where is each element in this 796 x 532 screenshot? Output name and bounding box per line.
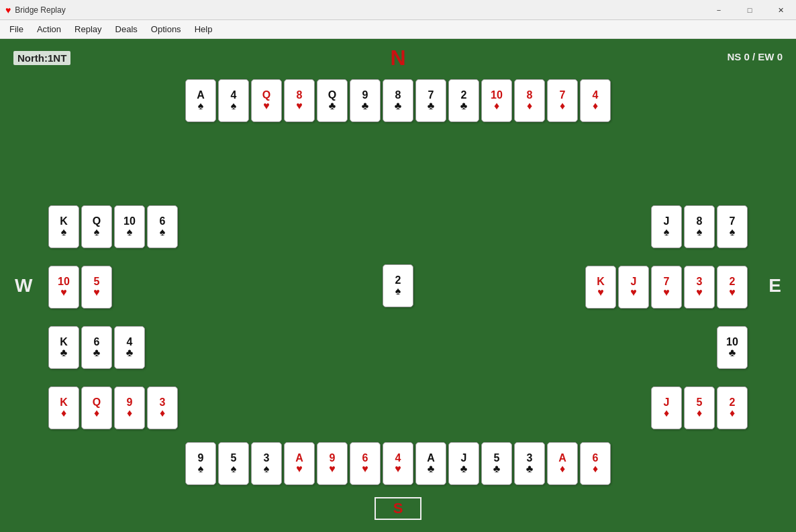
playing-card[interactable]: 2♥ xyxy=(717,266,748,309)
minimize-button[interactable]: − xyxy=(703,0,734,20)
east-label: E xyxy=(768,275,781,297)
playing-card[interactable]: 3♥ xyxy=(684,266,715,309)
west-label: W xyxy=(15,275,32,297)
north-hand: A♠4♠Q♥8♥Q♣9♣8♣7♣2♣10♦8♦7♦4♦ xyxy=(185,79,611,122)
menu-file[interactable]: File xyxy=(3,21,30,37)
west-spades: K♠Q♠10♠6♠ xyxy=(48,205,178,248)
playing-card[interactable]: A♠ xyxy=(185,79,216,122)
south-hand: 9♠5♠3♠A♥9♥6♥4♥A♣J♣5♣3♣A♦6♦ xyxy=(185,442,611,485)
menu-options[interactable]: Options xyxy=(144,21,188,37)
playing-card[interactable]: 3♣ xyxy=(514,442,545,485)
playing-card[interactable]: K♦ xyxy=(48,386,79,429)
menu-help[interactable]: Help xyxy=(188,21,219,37)
app-icon: ♥ xyxy=(5,5,11,15)
playing-card[interactable]: 10♣ xyxy=(717,326,748,369)
playing-card[interactable]: 7♦ xyxy=(547,79,578,122)
playing-card[interactable]: J♠ xyxy=(651,205,682,248)
playing-card[interactable]: J♣ xyxy=(448,442,479,485)
playing-card[interactable]: 4♣ xyxy=(114,326,145,369)
playing-card[interactable]: 6♦ xyxy=(580,442,611,485)
playing-card[interactable]: K♠ xyxy=(48,205,79,248)
playing-card[interactable]: Q♦ xyxy=(81,386,112,429)
playing-card[interactable]: 6♥ xyxy=(350,442,381,485)
center-card: 2♠ xyxy=(383,264,413,307)
window-title: Bridge Replay xyxy=(15,5,791,15)
playing-card[interactable]: A♣ xyxy=(415,442,446,485)
close-button[interactable]: ✕ xyxy=(765,0,796,20)
playing-card[interactable]: 4♦ xyxy=(580,79,611,122)
menubar: File Action Replay Deals Options Help xyxy=(0,20,796,39)
playing-card[interactable]: 9♥ xyxy=(317,442,348,485)
playing-card[interactable]: 10♥ xyxy=(48,266,79,309)
playing-card[interactable]: 5♠ xyxy=(218,442,249,485)
west-diamonds: K♦Q♦9♦3♦ xyxy=(48,386,178,429)
playing-card[interactable]: 5♦ xyxy=(684,386,715,429)
playing-card[interactable]: 7♥ xyxy=(651,266,682,309)
playing-card[interactable]: Q♥ xyxy=(251,79,282,122)
playing-card[interactable]: 7♣ xyxy=(415,79,446,122)
playing-card[interactable]: 9♠ xyxy=(185,442,216,485)
playing-card[interactable]: 8♠ xyxy=(684,205,715,248)
menu-deals[interactable]: Deals xyxy=(109,21,144,37)
playing-card[interactable]: 5♥ xyxy=(81,266,112,309)
playing-card[interactable]: 2♠ xyxy=(383,264,413,307)
playing-card[interactable]: 8♣ xyxy=(383,79,413,122)
playing-card[interactable]: Q♣ xyxy=(317,79,348,122)
east-diamonds: J♦5♦2♦ xyxy=(651,386,748,429)
south-label: S xyxy=(375,497,421,520)
playing-card[interactable]: 10♦ xyxy=(481,79,512,122)
playing-card[interactable]: J♦ xyxy=(651,386,682,429)
playing-card[interactable]: K♥ xyxy=(585,266,616,309)
playing-card[interactable]: 2♣ xyxy=(448,79,479,122)
window-controls: − □ ✕ xyxy=(703,0,796,20)
contract-label: North:1NT xyxy=(13,51,70,65)
playing-card[interactable]: A♦ xyxy=(547,442,578,485)
playing-card[interactable]: A♥ xyxy=(284,442,315,485)
score-label: NS 0 / EW 0 xyxy=(727,51,783,62)
playing-card[interactable]: J♥ xyxy=(618,266,649,309)
playing-card[interactable]: 3♦ xyxy=(147,386,178,429)
east-hearts: K♥J♥7♥3♥2♥ xyxy=(585,266,748,309)
maximize-button[interactable]: □ xyxy=(734,0,765,20)
playing-card[interactable]: 5♣ xyxy=(481,442,512,485)
titlebar: ♥ Bridge Replay − □ ✕ xyxy=(0,0,796,20)
game-area: North:1NT N NS 0 / EW 0 W E A♠4♠Q♥8♥Q♣9♣… xyxy=(0,39,796,532)
playing-card[interactable]: 9♦ xyxy=(114,386,145,429)
west-hearts: 10♥5♥ xyxy=(48,266,112,309)
playing-card[interactable]: 8♦ xyxy=(514,79,545,122)
playing-card[interactable]: 4♥ xyxy=(383,442,413,485)
menu-action[interactable]: Action xyxy=(30,21,68,37)
playing-card[interactable]: K♣ xyxy=(48,326,79,369)
east-clubs: 10♣ xyxy=(717,326,748,369)
east-spades: J♠8♠7♠ xyxy=(651,205,748,248)
playing-card[interactable]: 9♣ xyxy=(350,79,381,122)
west-clubs: K♣6♣4♣ xyxy=(48,326,145,369)
playing-card[interactable]: Q♠ xyxy=(81,205,112,248)
playing-card[interactable]: 10♠ xyxy=(114,205,145,248)
playing-card[interactable]: 3♠ xyxy=(251,442,282,485)
playing-card[interactable]: 2♦ xyxy=(717,386,748,429)
playing-card[interactable]: 4♠ xyxy=(218,79,249,122)
north-label: N xyxy=(390,46,405,70)
playing-card[interactable]: 7♠ xyxy=(717,205,748,248)
playing-card[interactable]: 8♥ xyxy=(284,79,315,122)
playing-card[interactable]: 6♣ xyxy=(81,326,112,369)
menu-replay[interactable]: Replay xyxy=(68,21,108,37)
playing-card[interactable]: 6♠ xyxy=(147,205,178,248)
